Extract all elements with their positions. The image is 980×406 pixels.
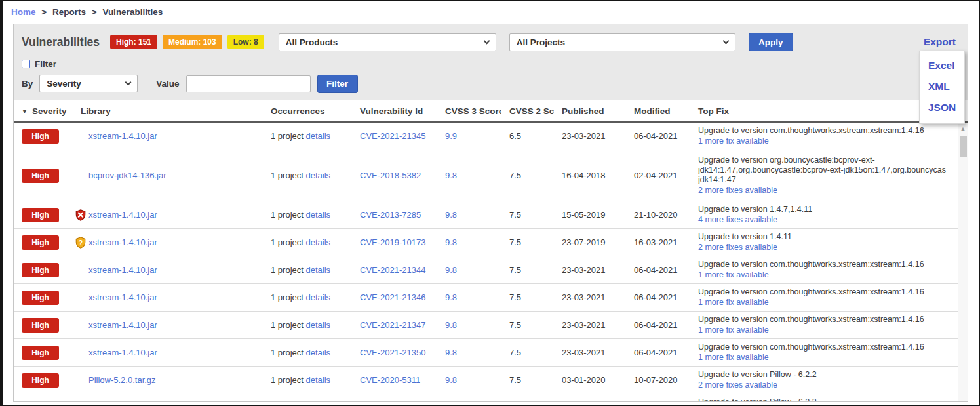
column-header-library[interactable]: Library	[68, 100, 263, 122]
library-link[interactable]: xstream-1.4.10.jar	[88, 131, 157, 141]
top-fix-cell: Upgrade to version Pillow - 6.2.22 more …	[690, 367, 968, 394]
more-fixes-link[interactable]: 1 more fix available	[698, 325, 769, 335]
breadcrumb-reports-link[interactable]: Reports	[52, 7, 86, 17]
library-link[interactable]: xstream-1.4.10.jar	[88, 348, 157, 357]
library-link[interactable]: xstream-1.4.10.jar	[88, 265, 157, 275]
more-fixes-link[interactable]: 1 more fix available	[698, 298, 769, 308]
cve-link[interactable]: CVE-2021-21344	[360, 265, 425, 275]
published-date-cell: 23-07-2019	[554, 229, 626, 256]
top-fix-cell: Upgrade to version Pillow - 6.2.22 more …	[690, 394, 968, 403]
more-fixes-link[interactable]: 1 more fix available	[698, 136, 769, 146]
details-link[interactable]: details	[305, 131, 330, 141]
cve-link[interactable]: CVE-2021-21347	[360, 320, 425, 330]
library-link[interactable]: xstream-1.4.10.jar	[88, 210, 157, 220]
modified-date-cell: 16-03-2021	[626, 229, 690, 256]
svg-text:?: ?	[79, 238, 83, 246]
more-fixes-link[interactable]: 2 more fixes available	[698, 186, 777, 195]
breadcrumb-current-page: Vulnerabilities	[102, 7, 163, 17]
vertical-scrollbar[interactable]: ▲	[958, 123, 968, 402]
column-header-cvss2[interactable]: CVSS 2 Sc...	[501, 100, 554, 122]
published-date-cell: 16-04-2018	[554, 150, 626, 201]
cvss3-score-link[interactable]: 9.8	[445, 375, 457, 385]
cvss3-score-link[interactable]: 9.8	[445, 237, 457, 247]
severity-cell: High	[14, 256, 68, 284]
breadcrumb-home-link[interactable]: Home	[11, 7, 36, 17]
summary-badge: Low: 8	[227, 35, 264, 49]
products-select[interactable]: All Products	[279, 33, 496, 51]
column-header-cvss3[interactable]: CVSS 3 Score	[437, 100, 501, 122]
filter-by-select[interactable]: Severity	[39, 75, 138, 92]
scrollbar-thumb[interactable]	[960, 136, 967, 157]
export-menu: ExcelXMLJSON	[919, 51, 965, 124]
more-fixes-link[interactable]: 2 more fixes available	[698, 380, 777, 390]
published-date-cell: 23-03-2021	[554, 122, 626, 150]
cve-link[interactable]: CVE-2018-5382	[360, 171, 421, 180]
modified-date-cell: 21-10-2020	[626, 201, 690, 229]
cvss3-score-link[interactable]: 9.8	[445, 348, 457, 357]
export-menu-item-json[interactable]: JSON	[928, 97, 964, 118]
collapse-icon[interactable]: −	[22, 60, 30, 68]
details-link[interactable]: details	[305, 171, 330, 180]
table-row: Highxstream-1.4.10.jar1 project detailsC…	[14, 312, 968, 339]
cvss3-score-cell: 9.8	[437, 284, 501, 312]
table-row: HighPillow-5.2.0.tar.gz1 project details…	[14, 394, 968, 403]
cvss3-score-link[interactable]: 9.9	[445, 131, 457, 141]
cvss2-score-cell: 7.5	[501, 394, 554, 403]
top-fix-cell: Upgrade to version 1.4.7,1.4.114 more fi…	[690, 201, 968, 229]
details-link[interactable]: details	[305, 237, 330, 247]
export-link[interactable]: Export	[924, 36, 956, 48]
column-header-occurrences[interactable]: Occurrences	[263, 100, 352, 122]
cvss3-score-link[interactable]: 9.8	[445, 210, 457, 220]
column-header-published[interactable]: Published	[554, 100, 626, 122]
more-fixes-link[interactable]: 1 more fix available	[698, 353, 769, 363]
cve-link[interactable]: CVE-2020-5311	[360, 375, 420, 385]
apply-button[interactable]: Apply	[749, 33, 793, 51]
cvss3-score-cell: 9.8	[437, 201, 501, 229]
cvss3-score-link[interactable]: 9.8	[445, 320, 457, 330]
column-header-modified[interactable]: Modified	[626, 100, 690, 122]
column-header-vulnerability-id[interactable]: Vulnerability Id	[352, 100, 437, 122]
cve-link[interactable]: CVE-2021-21345	[360, 131, 425, 141]
details-link[interactable]: details	[305, 348, 330, 357]
top-fix-text: Upgrade to version com.thoughtworks.xstr…	[698, 287, 968, 297]
vulnerabilities-table: ▼Severity Library Occurrences Vulnerabil…	[14, 100, 968, 402]
cvss3-score-link[interactable]: 9.8	[445, 265, 457, 275]
cve-link[interactable]: CVE-2021-21350	[360, 348, 425, 357]
top-fix-text: Upgrade to version com.thoughtworks.xstr…	[698, 260, 968, 270]
cvss3-score-cell: 9.8	[437, 312, 501, 339]
details-link[interactable]: details	[305, 320, 330, 330]
cve-link[interactable]: CVE-2021-21346	[360, 293, 425, 302]
library-link[interactable]: bcprov-jdk14-136.jar	[88, 171, 167, 180]
filter-button[interactable]: Filter	[317, 75, 358, 93]
library-link[interactable]: xstream-1.4.10.jar	[88, 237, 157, 247]
library-cell: xstream-1.4.10.jar	[68, 339, 263, 367]
more-fixes-link[interactable]: 4 more fixes available	[698, 215, 777, 225]
more-fixes-link[interactable]: 2 more fixes available	[698, 243, 777, 253]
filter-value-input[interactable]	[186, 75, 311, 92]
cve-link[interactable]: CVE-2013-7285	[360, 210, 421, 220]
library-link[interactable]: Pillow-5.2.0.tar.gz	[88, 375, 156, 385]
details-link[interactable]: details	[305, 265, 330, 275]
cvss2-score-cell: 7.5	[501, 256, 554, 284]
cvss2-score-cell: 6.5	[501, 122, 554, 150]
library-link[interactable]: xstream-1.4.10.jar	[88, 293, 157, 302]
top-fix-cell: Upgrade to version com.thoughtworks.xstr…	[690, 339, 968, 367]
details-link[interactable]: details	[305, 375, 330, 385]
scroll-up-icon[interactable]: ▲	[958, 123, 968, 132]
vulnerabilities-table-wrap: ▼Severity Library Occurrences Vulnerabil…	[14, 100, 968, 402]
export-menu-item-xml[interactable]: XML	[928, 76, 964, 97]
cvss3-score-link[interactable]: 9.8	[445, 171, 457, 180]
cvss2-score-cell: 7.5	[501, 367, 554, 394]
occurrences-cell: 1 project details	[263, 367, 352, 394]
projects-select[interactable]: All Projects	[509, 33, 735, 51]
cve-link[interactable]: CVE-2019-10173	[360, 237, 425, 247]
details-link[interactable]: details	[305, 293, 330, 302]
library-link[interactable]: xstream-1.4.10.jar	[88, 320, 157, 330]
details-link[interactable]: details	[305, 210, 330, 220]
cvss3-score-link[interactable]: 9.8	[445, 293, 457, 302]
export-menu-item-excel[interactable]: Excel	[928, 55, 964, 76]
column-header-severity[interactable]: ▼Severity	[14, 100, 68, 122]
cvss3-score-cell: 9.8	[437, 229, 501, 256]
severity-badge: High	[22, 129, 59, 144]
more-fixes-link[interactable]: 1 more fix available	[698, 270, 769, 280]
